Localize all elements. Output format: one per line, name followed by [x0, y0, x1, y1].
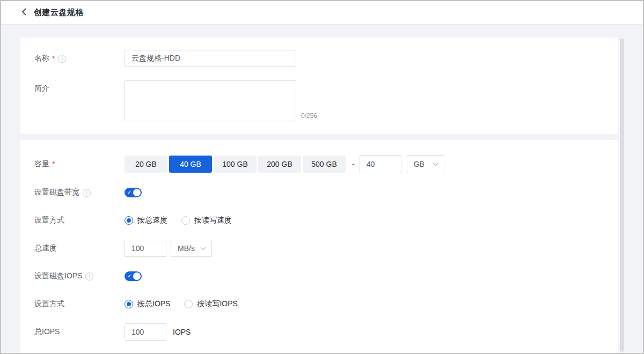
radio-label: 按读写速度 — [194, 216, 232, 225]
total-speed-label: 总速度 — [34, 244, 57, 253]
info-circle-icon[interactable]: i — [85, 272, 93, 281]
speed-unit-value: MB/s — [178, 244, 195, 253]
check-icon: ✓ — [127, 188, 131, 197]
total-speed-input[interactable] — [125, 240, 166, 257]
toggle-knob — [133, 272, 141, 280]
total-iops-input[interactable] — [125, 323, 166, 341]
bandwidth-mode-row: 设置方式 按总速度 按读写速度 — [34, 212, 604, 229]
description-textarea[interactable] — [125, 80, 296, 121]
check-icon: ✓ — [127, 271, 131, 281]
capacity-unit-select[interactable]: GB — [407, 155, 444, 173]
iops-unit-text: IOPS — [173, 328, 191, 336]
bandwidth-toggle-label: 设置磁盘带宽 — [34, 188, 79, 197]
capacity-button-group: 20 GB 40 GB 100 GB 200 GB 500 GB — [125, 156, 346, 173]
iops-toggle[interactable]: ✓ — [125, 271, 142, 281]
char-counter: 0/256 — [301, 112, 317, 120]
bandwidth-mode-label: 设置方式 — [34, 216, 64, 225]
radio-readwrite-iops[interactable]: 按读写IOPS — [184, 299, 237, 309]
radio-total-iops[interactable]: 按总IOPS — [125, 299, 170, 309]
iops-mode-label: 设置方式 — [34, 299, 64, 309]
radio-circle-icon — [184, 300, 193, 308]
capacity-option-20gb[interactable]: 20 GB — [125, 156, 167, 173]
capacity-unit-value: GB — [414, 160, 425, 168]
chevron-down-icon — [200, 247, 206, 250]
name-label-group: 名称 * i — [34, 54, 125, 63]
name-row: 名称 * i — [34, 50, 604, 67]
basic-info-card: 名称 * i 简介 0/256 — [20, 38, 618, 134]
description-label: 简介 — [34, 84, 49, 93]
capacity-option-200gb[interactable]: 200 GB — [258, 156, 301, 173]
bandwidth-label-group: 设置磁盘带宽 i — [34, 188, 125, 197]
iops-mode-radio-group: 按总IOPS 按读写IOPS — [125, 299, 238, 309]
bandwidth-mode-label-group: 设置方式 — [34, 216, 125, 225]
radio-total-speed[interactable]: 按总速度 — [125, 216, 167, 225]
custom-capacity-input[interactable] — [360, 155, 401, 173]
speed-unit-select[interactable]: MB/s — [171, 240, 212, 257]
capacity-label-group: 容量 * — [34, 159, 125, 169]
capacity-option-500gb[interactable]: 500 GB — [303, 156, 346, 173]
bandwidth-toggle[interactable]: ✓ — [125, 188, 142, 197]
iops-mode-label-group: 设置方式 — [34, 299, 125, 309]
capacity-label: 容量 — [34, 159, 49, 169]
radio-label: 按读写IOPS — [197, 299, 237, 309]
iops-mode-row: 设置方式 按总IOPS 按读写IOPS — [34, 296, 604, 313]
vertical-scrollbar[interactable] — [620, 39, 624, 352]
range-separator: - — [352, 160, 355, 168]
required-asterisk: * — [52, 54, 55, 63]
info-circle-icon[interactable]: i — [58, 55, 66, 63]
info-circle-icon[interactable]: i — [83, 189, 91, 197]
total-iops-label: 总IOPS — [34, 327, 60, 337]
total-speed-label-group: 总速度 — [34, 244, 125, 253]
radio-circle-icon — [125, 300, 133, 308]
iops-toggle-label: 设置磁盘IOPS — [34, 271, 82, 281]
radio-readwrite-speed[interactable]: 按读写速度 — [181, 216, 232, 225]
page-header: 创建云盘规格 — [1, 1, 643, 25]
required-asterisk: * — [52, 160, 55, 168]
description-row: 简介 0/256 — [34, 80, 604, 121]
bandwidth-mode-radio-group: 按总速度 按读写速度 — [125, 216, 232, 225]
description-label-group: 简介 — [34, 80, 125, 93]
capacity-option-100gb[interactable]: 100 GB — [214, 156, 257, 173]
page-title: 创建云盘规格 — [34, 8, 84, 18]
toggle-knob — [133, 189, 141, 196]
radio-circle-icon — [181, 216, 190, 225]
spec-settings-card: 容量 * 20 GB 40 GB 100 GB 200 GB 500 GB - … — [20, 140, 618, 353]
total-iops-label-group: 总IOPS — [34, 327, 125, 337]
total-speed-row: 总速度 MB/s — [34, 240, 604, 257]
iops-toggle-label-group: 设置磁盘IOPS i — [34, 271, 125, 281]
app-window: 创建云盘规格 名称 * i 简介 0/256 容量 * — [0, 0, 644, 354]
radio-circle-icon — [125, 216, 133, 225]
chevron-left-icon — [21, 8, 26, 17]
name-label: 名称 — [34, 54, 49, 63]
bandwidth-toggle-row: 设置磁盘带宽 i ✓ — [34, 184, 604, 201]
chevron-down-icon — [433, 163, 438, 166]
capacity-option-40gb[interactable]: 40 GB — [169, 156, 212, 173]
capacity-row: 容量 * 20 GB 40 GB 100 GB 200 GB 500 GB - … — [34, 155, 604, 173]
back-button[interactable] — [21, 8, 26, 17]
total-iops-row: 总IOPS IOPS — [34, 323, 604, 341]
radio-label: 按总IOPS — [137, 299, 170, 309]
radio-label: 按总速度 — [137, 216, 167, 225]
name-input[interactable] — [125, 50, 296, 67]
iops-toggle-row: 设置磁盘IOPS i ✓ — [34, 268, 604, 285]
